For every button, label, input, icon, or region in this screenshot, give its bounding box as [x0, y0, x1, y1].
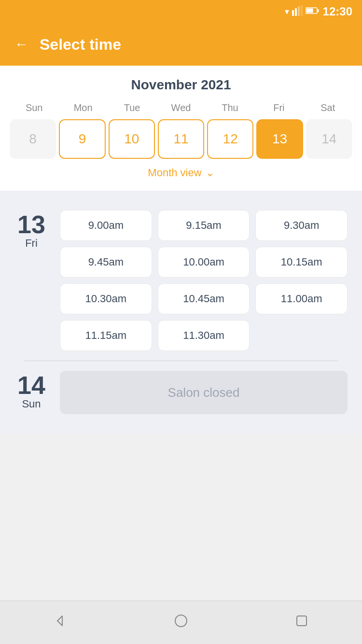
nav-bar	[0, 601, 362, 644]
salon-closed-slot: Salon closed	[60, 371, 348, 414]
weekday-sat: Sat	[304, 102, 352, 113]
time-slot-900am[interactable]: 9.00am	[60, 210, 152, 241]
date-10[interactable]: 10	[109, 119, 155, 159]
date-11[interactable]: 11	[158, 119, 204, 159]
time-slot-915am[interactable]: 9.15am	[158, 210, 250, 241]
day-label-13: 13 Fri	[14, 210, 48, 351]
time-grid-13: 9.00am 9.15am 9.30am 9.45am 10.00am 10.1…	[60, 210, 348, 351]
date-12[interactable]: 12	[207, 119, 253, 159]
time-slots-section: 13 Fri 9.00am 9.15am 9.30am 9.45am 10.00…	[0, 191, 362, 434]
svg-point-8	[175, 615, 187, 627]
page-title: Select time	[40, 36, 121, 54]
svg-rect-1	[295, 8, 297, 16]
weekday-tue: Tue	[108, 102, 156, 113]
status-bar: ▾ 12:30	[0, 0, 362, 23]
svg-rect-5	[306, 8, 313, 13]
svg-rect-6	[317, 9, 319, 12]
day-block-13: 13 Fri 9.00am 9.15am 9.30am 9.45am 10.00…	[14, 200, 348, 361]
wifi-icon: ▾	[285, 6, 289, 17]
time-slot-1015am[interactable]: 10.15am	[255, 247, 348, 278]
time-slot-1100am[interactable]: 11.00am	[255, 283, 348, 314]
weekday-wed: Wed	[156, 102, 205, 113]
svg-rect-0	[292, 10, 294, 16]
month-view-label: Month view	[148, 167, 201, 179]
week-dates-row: 8 9 10 11 12 13 14	[10, 119, 352, 159]
day-number-14: 14	[17, 373, 45, 398]
date-8: 8	[10, 119, 56, 159]
weekday-sun: Sun	[10, 102, 58, 113]
chevron-down-icon: ⌄	[206, 167, 214, 179]
time-slot-1000am[interactable]: 10.00am	[158, 247, 250, 278]
month-year-label: November 2021	[10, 77, 352, 93]
time-slot-945am[interactable]: 9.45am	[60, 247, 152, 278]
date-13[interactable]: 13	[256, 119, 303, 159]
status-time: 12:30	[323, 5, 352, 18]
calendar-section: November 2021 Sun Mon Tue Wed Thu Fri Sa…	[0, 66, 362, 191]
weekday-fri: Fri	[254, 102, 303, 113]
month-view-toggle[interactable]: Month view ⌄	[10, 159, 352, 181]
date-14: 14	[306, 119, 352, 159]
svg-rect-3	[301, 5, 303, 16]
weekday-mon: Mon	[58, 102, 107, 113]
svg-rect-2	[298, 6, 300, 16]
day-name-sun: Sun	[22, 398, 41, 410]
svg-marker-7	[57, 616, 62, 626]
recents-nav-icon[interactable]	[295, 614, 308, 631]
time-slot-930am[interactable]: 9.30am	[255, 210, 348, 241]
back-button[interactable]: ←	[14, 37, 28, 52]
signal-icon	[292, 5, 303, 18]
time-slot-1030am[interactable]: 10.30am	[60, 283, 152, 314]
status-icons: ▾	[285, 5, 319, 18]
time-slot-1045am[interactable]: 10.45am	[158, 283, 250, 314]
home-nav-icon[interactable]	[174, 614, 188, 631]
day-block-14: 14 Sun Salon closed	[14, 361, 348, 424]
weekday-thu: Thu	[206, 102, 254, 113]
day-label-14: 14 Sun	[14, 371, 48, 414]
week-days-row: Sun Mon Tue Wed Thu Fri Sat	[10, 102, 352, 113]
back-nav-icon[interactable]	[54, 614, 67, 631]
svg-rect-9	[297, 616, 306, 626]
day-name-fri: Fri	[25, 237, 38, 250]
salon-closed-label: Salon closed	[168, 385, 240, 400]
time-slot-1115am[interactable]: 11.15am	[60, 320, 152, 351]
battery-icon	[306, 7, 319, 17]
day-number-13: 13	[17, 212, 45, 237]
app-header: ← Select time	[0, 23, 362, 66]
date-9[interactable]: 9	[59, 119, 105, 159]
time-slot-1130am[interactable]: 11.30am	[158, 320, 250, 351]
